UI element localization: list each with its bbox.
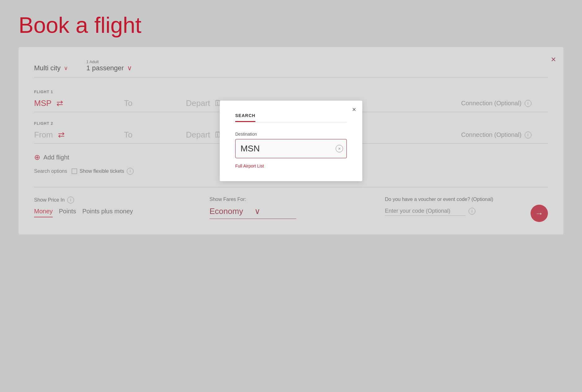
destination-modal: × SEARCH Destination × Full Airport List (220, 101, 362, 181)
page-title: Book a flight (19, 12, 563, 38)
modal-overlay: × SEARCH Destination × Full Airport List (19, 47, 563, 234)
destination-input[interactable] (235, 139, 347, 158)
destination-field-label: Destination (235, 132, 347, 137)
booking-card: × Multi city ∨ 1 Adult 1 passenger ∨ FLI… (19, 47, 563, 234)
modal-tab-search[interactable]: SEARCH (235, 113, 255, 122)
destination-input-wrapper: × (235, 139, 347, 158)
full-airport-list-link[interactable]: Full Airport List (235, 163, 264, 168)
modal-tabs: SEARCH (235, 113, 347, 122)
modal-close-button[interactable]: × (352, 106, 356, 114)
clear-destination-button[interactable]: × (336, 145, 343, 152)
